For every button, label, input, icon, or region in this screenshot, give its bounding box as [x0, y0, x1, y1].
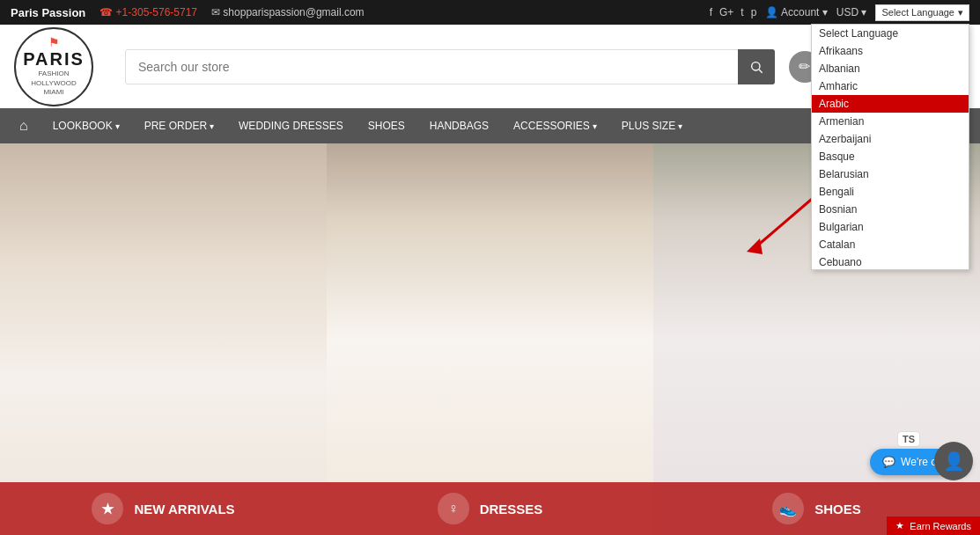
language-dropdown[interactable]: Select LanguageAfrikaansAlbanianAmharicA…	[811, 24, 969, 270]
lang-option[interactable]: Bengali	[812, 183, 969, 201]
account-menu[interactable]: 👤 Account ▾	[765, 6, 827, 18]
social-icons: f G+ t p	[710, 6, 757, 18]
svg-point-0	[751, 62, 759, 70]
accessories-arrow-icon: ▾	[593, 121, 597, 131]
email: ✉ shopparispassion@gmail.com	[211, 6, 365, 18]
svg-line-1	[759, 70, 763, 73]
nav-wedding-dresses[interactable]: WEDDING DRESSES	[226, 108, 356, 143]
top-bar-right: f G+ t p 👤 Account ▾ USD ▾ Select Langua…	[710, 4, 969, 21]
nav-home[interactable]: ⌂	[7, 108, 41, 143]
nav-handbags[interactable]: HANDBAGS	[417, 108, 501, 143]
logo-wrap: ⚑ PARIS FASHION HOLLYWOOD MIAMI	[14, 27, 111, 106]
lang-option[interactable]: Amharic	[812, 77, 969, 95]
nav-lookbook[interactable]: LOOKBOOK ▾	[41, 108, 132, 143]
twitter-icon[interactable]: t	[741, 6, 743, 18]
nav-shoes[interactable]: SHOES	[356, 108, 417, 143]
lang-option[interactable]: Cebuano	[812, 253, 969, 270]
nav-preorder[interactable]: PRE ORDER ▾	[132, 108, 226, 143]
hero-panel-dresses	[327, 143, 653, 535]
shoes-icon: 👟	[772, 493, 804, 524]
plus-size-arrow-icon: ▾	[678, 121, 682, 131]
search-input[interactable]	[125, 49, 775, 84]
nav-accessories[interactable]: ACCESSORIES ▾	[501, 108, 609, 143]
lang-option[interactable]: Basque	[812, 148, 969, 165]
rewards-icon: ★	[895, 520, 904, 531]
lang-option[interactable]: Azerbaijani	[812, 130, 969, 148]
lang-option[interactable]: Bosnian	[812, 201, 969, 218]
search-bar-wrap	[125, 49, 775, 84]
earn-rewards-button[interactable]: ★ Earn Rewards	[887, 517, 980, 535]
lang-option[interactable]: Arabic	[812, 95, 969, 113]
preorder-arrow-icon: ▾	[210, 121, 214, 131]
bottom-labels: ★ NEW ARRIVALS ♀ DRESSES 👟 SHOES	[0, 482, 980, 535]
lang-option[interactable]: Albanian	[812, 60, 969, 77]
top-bar: Paris Passion ☎ +1-305-576-5717 ✉ shoppa…	[0, 0, 980, 25]
new-arrivals-icon: ★	[92, 493, 123, 524]
lang-option[interactable]: Armenian	[812, 113, 969, 130]
person-icon-wrap: 👤	[934, 442, 973, 480]
search-icon	[749, 60, 763, 74]
logo-paris: PARIS	[23, 49, 85, 70]
dropdown-arrow-icon: ▾	[958, 7, 963, 18]
hero-panel-new-arrivals	[0, 143, 327, 535]
currency-selector[interactable]: USD ▾	[836, 6, 867, 18]
lang-option[interactable]: Bulgarian	[812, 218, 969, 236]
nav-plus-size[interactable]: PLUS SIZE ▾	[609, 108, 695, 143]
language-selector-wrapper[interactable]: Select Language ▾ Select LanguageAfrikaa…	[875, 4, 969, 21]
top-bar-left: Paris Passion ☎ +1-305-576-5717 ✉ shoppa…	[11, 6, 365, 19]
chat-icon: 💬	[882, 456, 895, 468]
phone: ☎ +1-305-576-5717	[99, 6, 197, 18]
logo: ⚑ PARIS FASHION HOLLYWOOD MIAMI	[14, 27, 93, 106]
pinterest-icon[interactable]: p	[751, 6, 757, 18]
ts-badge: TS	[897, 431, 920, 447]
lang-option[interactable]: Belarusian	[812, 165, 969, 183]
lookbook-arrow-icon: ▾	[115, 121, 120, 131]
brand-name: Paris Passion	[11, 6, 85, 19]
lang-option[interactable]: Select Language	[812, 25, 969, 42]
bottom-label-dresses[interactable]: ♀ DRESSES	[327, 482, 653, 535]
language-select-button[interactable]: Select Language ▾	[875, 4, 969, 21]
person-avatar[interactable]: 👤	[934, 442, 973, 480]
search-button[interactable]	[738, 49, 775, 84]
eiffel-icon: ⚑	[48, 35, 60, 49]
lang-option[interactable]: Catalan	[812, 236, 969, 253]
googleplus-icon[interactable]: G+	[719, 6, 733, 18]
facebook-icon[interactable]: f	[710, 6, 712, 18]
bottom-label-new-arrivals[interactable]: ★ NEW ARRIVALS	[0, 482, 327, 535]
lang-option[interactable]: Afrikaans	[812, 42, 969, 60]
dresses-icon: ♀	[438, 493, 469, 524]
logo-sub: FASHION HOLLYWOOD MIAMI	[31, 70, 76, 97]
